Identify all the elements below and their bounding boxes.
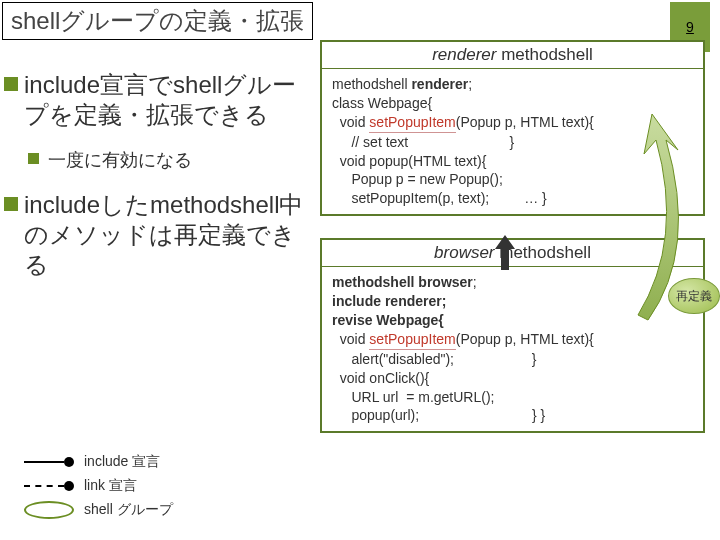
legend-link-icon xyxy=(24,480,74,492)
slide-title: shellグループの定義・拡張 xyxy=(2,2,313,40)
legend-include-icon xyxy=(24,456,74,468)
t: URL url = m.getURL(); xyxy=(332,389,494,405)
arrow-up-icon xyxy=(495,235,515,270)
t: browser xyxy=(418,274,472,290)
t: methodshell xyxy=(332,274,418,290)
legend: include 宣言 link 宣言 shell グループ xyxy=(24,450,173,522)
t: class Webpage{ xyxy=(332,95,432,111)
t: void onClick(){ xyxy=(332,370,429,386)
t: popup(url); } } xyxy=(332,407,545,423)
t: include xyxy=(332,293,385,309)
bullet-2: includeしたmethodshell中のメソッドは再定義できる xyxy=(4,190,304,280)
redefine-badge: 再定義 xyxy=(668,278,720,314)
legend-include: include 宣言 xyxy=(24,450,173,474)
t: alert("disabled"); } xyxy=(332,351,536,367)
t: methodshell xyxy=(332,76,411,92)
t: setPopupItem(p, text); … } xyxy=(332,190,547,206)
legend-link: link 宣言 xyxy=(24,474,173,498)
legend-shell: shell グループ xyxy=(24,498,173,522)
code-title-plain: methodshell xyxy=(496,45,592,64)
t: revise Webpage{ xyxy=(332,312,444,328)
t: renderer xyxy=(411,76,468,92)
bullet-1-sub: 一度に有効になる xyxy=(4,148,304,172)
legend-link-label: link 宣言 xyxy=(84,477,137,495)
legend-shell-icon xyxy=(24,501,74,519)
t: ; xyxy=(473,274,477,290)
code-body-renderer: methodshell renderer; class Webpage{ voi… xyxy=(322,69,703,214)
code-body-browser: methodshell browser; include renderer; r… xyxy=(322,267,703,431)
left-column: include宣言でshellグループを定義・拡張できる 一度に有効になる in… xyxy=(4,70,304,298)
t: ; xyxy=(468,76,472,92)
t: void popup(HTML text){ xyxy=(332,153,486,169)
code-box-renderer: renderer methodshell methodshell rendere… xyxy=(320,40,705,216)
t: Popup p = new Popup(); xyxy=(332,171,503,187)
method-setpopup-top: setPopupItem xyxy=(369,113,455,133)
t: void xyxy=(332,331,369,347)
t: renderer; xyxy=(385,293,446,309)
t: void xyxy=(332,114,369,130)
code-title-em: renderer xyxy=(432,45,496,64)
bullet-1: include宣言でshellグループを定義・拡張できる xyxy=(4,70,304,130)
legend-include-label: include 宣言 xyxy=(84,453,160,471)
code-title-renderer: renderer methodshell xyxy=(322,42,703,69)
legend-shell-label: shell グループ xyxy=(84,501,173,519)
code-title-em: browser xyxy=(434,243,494,262)
svg-marker-0 xyxy=(495,235,515,270)
t: (Popup p, HTML text){ xyxy=(456,114,594,130)
method-setpopup-bottom: setPopupItem xyxy=(369,330,455,350)
t: (Popup p, HTML text){ xyxy=(456,331,594,347)
t: // set text } xyxy=(332,134,514,150)
